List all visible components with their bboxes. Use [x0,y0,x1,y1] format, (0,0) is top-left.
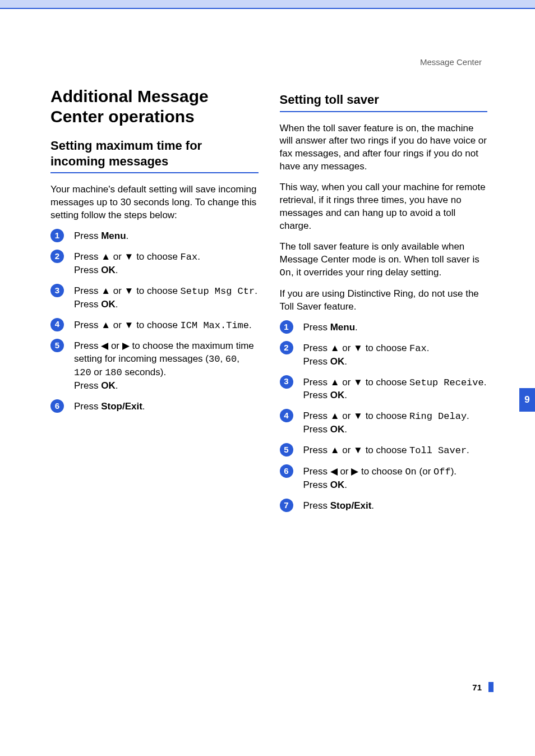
step-text: Press ◀ or ▶ to choose the maximum time … [74,340,254,391]
step-item: 5Press ▲ or ▼ to choose Toll Saver. [280,444,488,465]
step-number-badge: 1 [50,229,64,242]
step-number-badge: 6 [50,399,64,413]
step-number-badge: 4 [280,409,293,422]
step-number-badge: 2 [280,341,293,354]
page-number: 71 [472,683,482,692]
section-rule [50,172,259,173]
step-text: Press ◀ or ▶ to choose On (or Off).Press… [303,466,457,490]
step-text: Press ▲ or ▼ to choose Fax.Press OK. [303,343,430,367]
step-item: 2Press ▲ or ▼ to choose Fax.Press OK. [50,251,259,285]
step-number-badge: 5 [50,339,64,352]
chapter-tab: 9 [519,388,535,412]
step-list-right: 1Press Menu.2Press ▲ or ▼ to choose Fax.… [280,321,488,520]
step-item: 4Press ▲ or ▼ to choose Ring Delay.Press… [280,410,488,444]
paragraph: The toll saver feature is only available… [280,241,488,280]
step-text: Press Menu. [303,322,358,333]
header-band [0,0,535,8]
section-rule [280,111,488,112]
step-number-badge: 4 [50,318,64,331]
step-number-badge: 3 [280,375,293,389]
section-heading-left: Setting maximum time for incoming messag… [50,138,259,169]
step-number-badge: 6 [280,464,293,478]
step-number-badge: 5 [280,443,293,457]
left-column: Additional Message Center operations Set… [50,86,259,520]
intro-paragraph-left: Your machine's default setting will save… [50,183,259,222]
step-item: 6Press Stop/Exit. [50,400,259,421]
step-item: 2Press ▲ or ▼ to choose Fax.Press OK. [280,342,488,376]
paragraph: This way, when you call your machine for… [280,181,488,233]
step-item: 3Press ▲ or ▼ to choose Setup Msg Ctr.Pr… [50,285,259,319]
step-item: 6Press ◀ or ▶ to choose On (or Off).Pres… [280,465,488,500]
step-text: Press ▲ or ▼ to choose Fax.Press OK. [74,251,200,275]
page-body: Message Center Additional Message Center… [0,9,535,716]
step-number-badge: 1 [280,320,293,334]
paragraph: If you are using Distinctive Ring, do no… [280,288,488,314]
paragraph: When the toll saver feature is on, the m… [280,122,488,174]
step-item: 4Press ▲ or ▼ to choose ICM Max.Time. [50,319,259,340]
step-text: Press ▲ or ▼ to choose Toll Saver. [303,445,469,455]
right-column: Setting toll saver When the toll saver f… [280,86,488,520]
two-column-layout: Additional Message Center operations Set… [50,86,487,520]
running-header: Message Center [420,57,482,67]
step-text: Press ▲ or ▼ to choose Setup Msg Ctr.Pre… [74,285,257,310]
step-number-badge: 3 [50,284,64,297]
step-item: 7Press Stop/Exit. [280,500,488,520]
step-item: 5Press ◀ or ▶ to choose the maximum time… [50,340,259,400]
step-item: 3Press ▲ or ▼ to choose Setup Receive.Pr… [280,376,488,411]
step-number-badge: 2 [50,250,64,263]
section-heading-right: Setting toll saver [280,92,488,108]
step-number-badge: 7 [280,499,293,512]
step-item: 1Press Menu. [280,321,488,342]
step-text: Press ▲ or ▼ to choose Setup Receive.Pre… [303,377,487,401]
main-heading: Additional Message Center operations [50,86,259,127]
step-text: Press Menu. [74,231,128,241]
step-text: Press ▲ or ▼ to choose ICM Max.Time. [74,320,252,330]
step-item: 1Press Menu. [50,230,259,251]
page-marker [488,682,494,692]
step-text: Press ▲ or ▼ to choose Ring Delay.Press … [303,411,469,435]
step-list-left: 1Press Menu.2Press ▲ or ▼ to choose Fax.… [50,230,259,421]
step-text: Press Stop/Exit. [74,401,145,412]
step-text: Press Stop/Exit. [303,500,375,511]
